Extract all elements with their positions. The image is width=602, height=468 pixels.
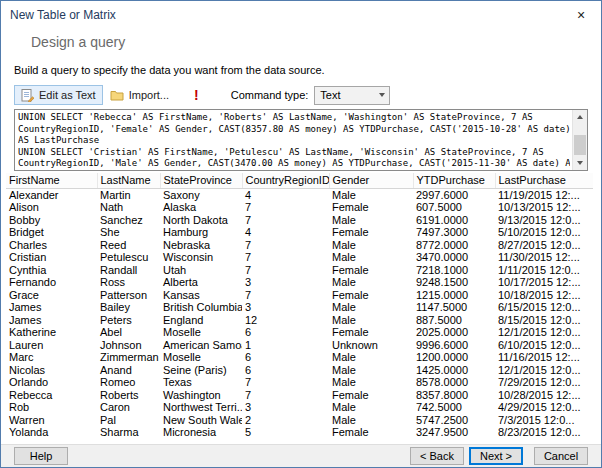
table-cell: 7 — [242, 289, 329, 302]
scroll-down-icon[interactable] — [573, 156, 587, 170]
table-cell: Seine (Paris) — [160, 364, 242, 377]
query-line: UNION SELECT 'Rebecca' AS FirstName, 'Ro… — [18, 112, 570, 124]
table-row[interactable]: NicolasAnandSeine (Paris)6Male1425.00001… — [6, 364, 593, 377]
table-row[interactable]: BridgetSheHamburg4Female7497.30005/10/20… — [6, 226, 593, 239]
table-cell: North Dakota — [160, 214, 242, 227]
table-cell: 9996.6000 — [413, 339, 495, 352]
table-cell: James — [6, 314, 97, 327]
query-text-editor[interactable]: UNION SELECT 'Rebecca' AS FirstName, 'Ro… — [14, 109, 588, 171]
edit-as-text-button[interactable]: Edit as Text — [14, 85, 103, 105]
table-cell: 8578.0000 — [413, 376, 495, 389]
table-cell: Male — [329, 314, 413, 327]
column-header[interactable]: LastPurchase — [495, 173, 593, 188]
table-cell: Ross — [97, 276, 160, 289]
table-cell: Hamburg — [160, 226, 242, 239]
table-cell: Roberts — [97, 389, 160, 402]
table-cell: Kansas — [160, 289, 242, 302]
table-cell: Nath — [97, 201, 160, 214]
table-cell: 10/13/2015 12:... — [495, 201, 593, 214]
scrollbar-thumb[interactable] — [574, 135, 586, 155]
table-cell: Warren — [6, 414, 97, 427]
query-toolbar: Edit as Text Import... ! Command type: T… — [14, 84, 588, 106]
table-cell: 7 — [242, 264, 329, 277]
import-button[interactable]: Import... — [103, 85, 176, 105]
table-row[interactable]: LaurenJohnsonAmerican Samoa1Unknown9996.… — [6, 339, 593, 352]
table-cell: Nebraska — [160, 239, 242, 252]
table-cell: 7 — [242, 201, 329, 214]
edit-as-text-label: Edit as Text — [39, 89, 96, 101]
query-scrollbar[interactable] — [572, 110, 587, 170]
edit-as-text-icon — [21, 89, 34, 102]
table-cell: Male — [329, 251, 413, 264]
table-cell: Anand — [97, 364, 160, 377]
import-icon — [110, 89, 124, 101]
table-row[interactable]: AlisonNathAlaska7Female607.500010/13/201… — [6, 201, 593, 214]
table-row[interactable]: KatherineAbelMoselle6Female2025.000012/1… — [6, 326, 593, 339]
column-header[interactable]: YTDPurchase — [413, 173, 495, 188]
table-cell: Randall — [97, 264, 160, 277]
table-cell: Caron — [97, 401, 160, 414]
table-row[interactable]: GracePattersonKansas7Female1215.000010/1… — [6, 289, 593, 302]
table-row[interactable]: JamesPetersEngland12Male887.50008/15/201… — [6, 314, 593, 327]
titlebar[interactable]: New Table or Matrix × — [1, 1, 601, 28]
column-header[interactable]: StateProvince — [160, 173, 242, 188]
command-type-value: Text — [320, 89, 340, 101]
table-row[interactable]: WarrenPalNew South Wales2Male5747.25007/… — [6, 414, 593, 427]
table-cell: 5/10/2015 12:0... — [495, 226, 593, 239]
table-cell: 8357.8000 — [413, 389, 495, 402]
table-cell: James — [6, 301, 97, 314]
table-cell: Romeo — [97, 376, 160, 389]
table-cell: 5747.2500 — [413, 414, 495, 427]
next-button[interactable]: Next > — [469, 447, 523, 465]
column-header[interactable]: CountryRegionID — [242, 173, 329, 188]
table-row[interactable]: OrlandoRomeoTexas7Male8578.00007/29/2015… — [6, 376, 593, 389]
run-query-icon[interactable]: ! — [188, 88, 205, 102]
table-cell: Male — [329, 301, 413, 314]
table-cell: 9/13/2015 12:0... — [495, 214, 593, 227]
table-cell: Male — [329, 351, 413, 364]
query-line: UNION SELECT 'Cristian' AS FirstName, 'P… — [18, 147, 570, 159]
table-row[interactable]: CharlesReedNebraska7Male8772.00008/27/20… — [6, 239, 593, 252]
table-cell: Male — [329, 414, 413, 427]
table-row[interactable]: CristianPetulescuWisconsin7Male3470.0000… — [6, 251, 593, 264]
table-row[interactable]: AlexanderMartinSaxony4Male2997.600011/19… — [6, 188, 593, 201]
table-row[interactable]: RobCaronNorthwest Terri...3Male742.50004… — [6, 401, 593, 414]
table-cell: British Columbia — [160, 301, 242, 314]
table-cell: 7 — [242, 239, 329, 252]
table-cell: 2025.0000 — [413, 326, 495, 339]
table-row[interactable]: CynthiaRandallUtah7Female7218.10001/11/2… — [6, 264, 593, 277]
column-header[interactable]: Gender — [329, 173, 413, 188]
table-cell: Washington — [160, 389, 242, 402]
table-cell: Charles — [6, 239, 97, 252]
table-cell: 1200.0000 — [413, 351, 495, 364]
table-cell: Johnson — [97, 339, 160, 352]
table-cell: Male — [329, 376, 413, 389]
close-icon[interactable]: × — [561, 1, 601, 28]
table-row[interactable]: YolandaSharmaMicronesia5Female3247.95008… — [6, 426, 593, 439]
table-cell: Cynthia — [6, 264, 97, 277]
help-button[interactable]: Help — [14, 447, 68, 465]
table-cell: Male — [329, 188, 413, 201]
column-header[interactable]: LastName — [97, 173, 160, 188]
table-cell: 12/1/2015 12:0... — [495, 326, 593, 339]
command-type-select[interactable]: Text — [314, 86, 390, 105]
table-cell: Male — [329, 364, 413, 377]
table-cell: Male — [329, 401, 413, 414]
table-cell: 11/16/2015 12:... — [495, 351, 593, 364]
table-row[interactable]: MarcZimmermanMoselle6Male1200.000011/16/… — [6, 351, 593, 364]
table-cell: 6 — [242, 326, 329, 339]
table-cell: Female — [329, 389, 413, 402]
column-header[interactable]: FirstName — [6, 173, 97, 188]
table-cell: Reed — [97, 239, 160, 252]
table-row[interactable]: FernandoRossAlberta3Male9248.150010/17/2… — [6, 276, 593, 289]
table-row[interactable]: RebeccaRobertsWashington7Female8357.8000… — [6, 389, 593, 402]
table-row[interactable]: JamesBaileyBritish Columbia3Male1147.500… — [6, 301, 593, 314]
cancel-button[interactable]: Cancel — [534, 447, 588, 465]
table-cell: 3247.9500 — [413, 426, 495, 439]
table-cell: 8/15/2015 12:0... — [495, 314, 593, 327]
table-cell: American Samoa — [160, 339, 242, 352]
table-row[interactable]: BobbySanchezNorth Dakota7Male6191.00009/… — [6, 214, 593, 227]
scroll-up-icon[interactable] — [573, 110, 587, 124]
table-cell: 10/17/2015 12:... — [495, 276, 593, 289]
back-button[interactable]: < Back — [410, 447, 464, 465]
